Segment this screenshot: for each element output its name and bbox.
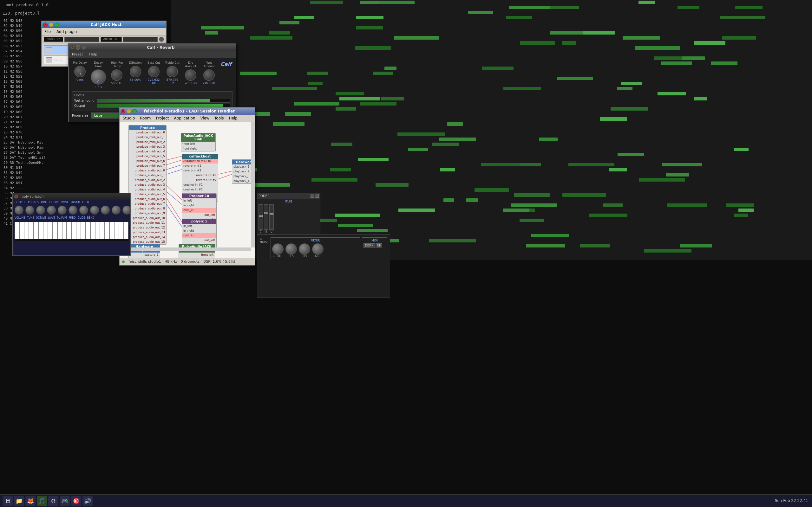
volume-knob[interactable]: [14, 206, 23, 215]
polysix-node[interactable]: polysix 1 in_left in_right midi_in out_l…: [182, 219, 217, 248]
seq-note[interactable]: [550, 31, 583, 35]
taskbar-icon-music[interactable]: 🎵: [37, 496, 47, 506]
tune-knob[interactable]: [26, 206, 34, 215]
seq-note[interactable]: [481, 163, 519, 166]
seq-note[interactable]: [562, 41, 576, 45]
seq-note[interactable]: [429, 239, 476, 242]
seq-note[interactable]: [408, 148, 428, 151]
seq-note[interactable]: [639, 1, 655, 4]
seq-note[interactable]: [205, 31, 218, 35]
wet-amount-bar-bg[interactable]: [97, 99, 230, 103]
piano-white-key[interactable]: [100, 222, 105, 239]
noise-knob[interactable]: [101, 206, 110, 215]
seq-note[interactable]: [666, 173, 689, 176]
seq-note[interactable]: [519, 219, 544, 222]
piano-white-key[interactable]: [95, 222, 100, 239]
seq-note[interactable]: [330, 168, 351, 171]
bypass-btn-2[interactable]: Ec: [46, 57, 52, 62]
seq-note[interactable]: [307, 72, 328, 75]
seq-note[interactable]: [621, 82, 642, 85]
seq-note[interactable]: [394, 36, 439, 40]
ladi-max-btn[interactable]: [132, 109, 137, 113]
bend-knob[interactable]: [90, 206, 99, 215]
diffusion-knob[interactable]: [130, 66, 141, 77]
bypass-btn-1[interactable]: Ec: [46, 47, 52, 52]
midi-up-btn[interactable]: UP: [375, 243, 382, 248]
cutoff-knob[interactable]: [272, 243, 284, 255]
seq-note[interactable]: [356, 26, 383, 30]
fader-handle-1[interactable]: [259, 215, 263, 217]
seq-note[interactable]: [539, 137, 558, 141]
studio-menu[interactable]: Studio: [121, 115, 136, 121]
seq-note[interactable]: [397, 132, 445, 136]
treble-cut-knob[interactable]: [166, 66, 178, 77]
seq-note[interactable]: [360, 102, 397, 106]
seq-note[interactable]: [520, 41, 555, 45]
poder-min-btn[interactable]: [310, 194, 314, 198]
seq-note[interactable]: [557, 77, 593, 80]
taskbar-icon-game[interactable]: 🎮: [60, 496, 70, 506]
seq-note[interactable]: [682, 56, 705, 60]
seq-note[interactable]: [720, 16, 765, 19]
seq-note[interactable]: [680, 244, 712, 247]
seq-note[interactable]: [331, 143, 353, 146]
seq-note[interactable]: [432, 143, 459, 146]
fader-track-2[interactable]: [264, 205, 268, 230]
piano-white-key[interactable]: [53, 222, 57, 239]
seq-note[interactable]: [439, 137, 475, 141]
piano-white-key[interactable]: [105, 222, 109, 239]
fader-track-3[interactable]: [269, 205, 274, 230]
poder-max-btn[interactable]: [315, 194, 319, 198]
taskbar-icon-system[interactable]: 🖥: [3, 496, 13, 506]
seq-note[interactable]: [694, 41, 726, 45]
help-menu[interactable]: Help: [88, 52, 98, 57]
seq-note[interactable]: [617, 87, 632, 90]
piano-white-key[interactable]: [67, 222, 71, 239]
piano-white-key[interactable]: [109, 222, 114, 239]
seq-note[interactable]: [310, 1, 344, 4]
seq-note[interactable]: [474, 188, 509, 192]
maximize-button[interactable]: [55, 22, 59, 27]
glide-knob[interactable]: [79, 206, 88, 215]
seq-note[interactable]: [379, 1, 415, 4]
seq-note[interactable]: [618, 153, 644, 156]
seq-note[interactable]: [336, 92, 364, 95]
fader-handle-2[interactable]: [264, 212, 268, 214]
seq-note[interactable]: [722, 36, 756, 40]
view-menu[interactable]: View: [199, 115, 211, 121]
piano-white-key[interactable]: [62, 222, 67, 239]
close-button[interactable]: ✕: [43, 22, 48, 27]
bass-cut-knob[interactable]: [148, 66, 159, 77]
seq-note[interactable]: [562, 193, 606, 197]
pulseaudio-sink-node[interactable]: PulseAudio JACK Sink front-left front-ri…: [181, 133, 216, 152]
fader-handle-3[interactable]: [270, 213, 273, 215]
seq-note[interactable]: [273, 122, 305, 126]
seq-note[interactable]: [447, 122, 463, 126]
tools-menu[interactable]: Tools: [213, 115, 225, 121]
seq-note[interactable]: [356, 16, 384, 19]
seq-note[interactable]: [503, 87, 541, 90]
pu-pum-knob[interactable]: [58, 206, 67, 215]
piano-white-key[interactable]: [71, 222, 76, 239]
seq-note[interactable]: [444, 199, 454, 202]
wave-knob[interactable]: [47, 206, 56, 215]
ladi-scrollbar-v[interactable]: [251, 122, 255, 247]
seq-note[interactable]: [272, 87, 317, 90]
seq-note[interactable]: [611, 107, 648, 111]
piano-white-key[interactable]: [81, 222, 86, 239]
piano-white-key[interactable]: [124, 222, 129, 239]
project-menu[interactable]: Project: [154, 115, 170, 121]
application-menu[interactable]: Application: [172, 115, 196, 121]
seq-note[interactable]: [506, 16, 532, 19]
midi-down-btn[interactable]: DOWN: [363, 243, 375, 248]
seq-note[interactable]: [639, 178, 685, 181]
seq-note[interactable]: [514, 193, 550, 197]
piano-white-key[interactable]: [57, 222, 62, 239]
res-knob[interactable]: [286, 243, 297, 255]
seq-note[interactable]: [240, 72, 276, 75]
ladi-canvas[interactable]: Produce produce_midi_out_0 produce_midi_…: [119, 122, 255, 258]
seq-note[interactable]: [468, 11, 493, 14]
seq-note[interactable]: [734, 148, 749, 151]
seq-note[interactable]: [336, 107, 356, 111]
seq-note[interactable]: [357, 229, 388, 232]
